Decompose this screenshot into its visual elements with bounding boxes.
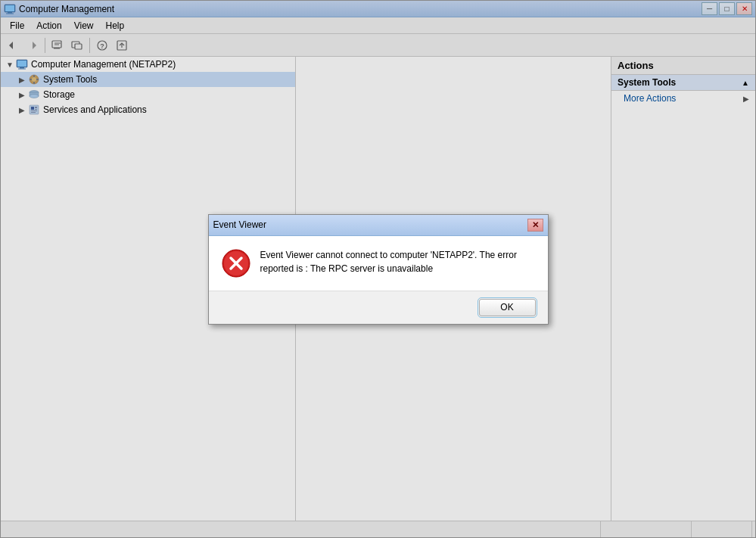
event-viewer-dialog: Event Viewer ✕ Event Viewer cannot conne…: [208, 214, 549, 325]
dialog-title: Event Viewer: [213, 219, 266, 230]
dialog-close-button[interactable]: ✕: [527, 219, 543, 232]
dialog-title-bar: Event Viewer ✕: [209, 215, 548, 236]
error-icon: [221, 248, 251, 278]
error-circle-icon: [221, 248, 251, 278]
dialog-overlay: Event Viewer ✕ Event Viewer cannot conne…: [0, 0, 756, 538]
dialog-message: Event Viewer cannot connect to computer …: [260, 248, 517, 275]
dialog-message-line1: Event Viewer cannot connect to computer …: [260, 250, 517, 260]
dialog-body: Event Viewer cannot connect to computer …: [209, 236, 548, 291]
dialog-message-line2: reported is : The RPC server is unavaila…: [260, 263, 434, 274]
dialog-ok-button[interactable]: OK: [479, 299, 536, 316]
dialog-footer: OK: [209, 291, 548, 324]
